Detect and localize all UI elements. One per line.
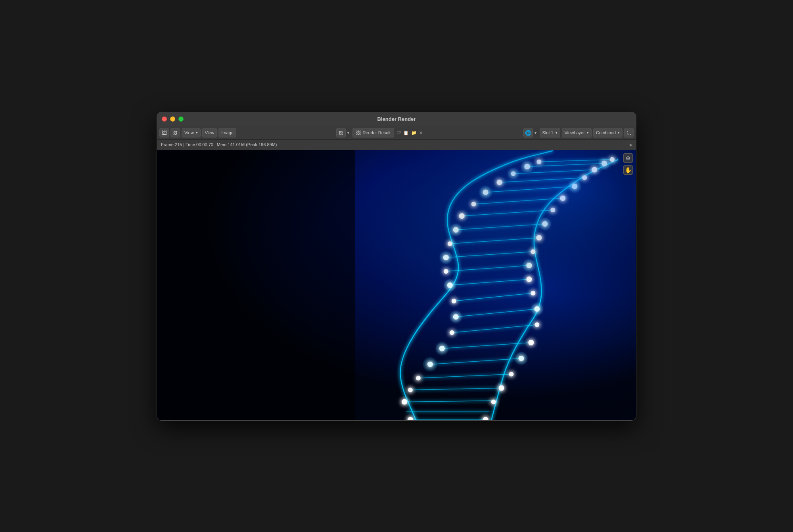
slot-label: Slot 1	[542, 130, 554, 135]
viewlayer-chevron-icon: ▾	[587, 131, 589, 135]
render-result-tab[interactable]: 🖼 Render Result	[352, 128, 394, 137]
render-tab-icon: 🖼	[356, 130, 361, 135]
tab-actions: 🛡 📋 📁 ✕	[396, 130, 423, 136]
status-arrow-icon: ▶	[630, 143, 633, 147]
view-dropdown-button[interactable]: View ▾	[182, 128, 201, 137]
toolbar: 🖼 🖼 View ▾ View Image 🖼 ▾ 🖼 Render Resul…	[157, 126, 636, 140]
blender-window: Blender Render 🖼 🖼 View ▾ View Image 🖼 ▾…	[157, 112, 636, 421]
fullscreen-button[interactable]: ⛶	[624, 128, 634, 137]
close-tab-icon: ✕	[419, 130, 423, 135]
pan-tool-button[interactable]: ✋	[623, 165, 633, 175]
minimize-button[interactable]	[170, 116, 175, 122]
copy-icon: 📋	[403, 130, 409, 135]
dna-render	[157, 150, 636, 420]
view-menu-button[interactable]: View	[202, 128, 217, 137]
view-icon-button[interactable]: 🖼	[170, 128, 180, 137]
globe-dropdown[interactable]: 🌐	[523, 128, 533, 137]
window-title: Blender Render	[377, 116, 416, 122]
render-canvas-area[interactable]: ⊕ ✋	[157, 150, 636, 420]
dropdown-arrow-render: ▾	[347, 131, 349, 135]
close-tab-button[interactable]: ✕	[418, 130, 423, 136]
traffic-lights	[162, 116, 184, 122]
globe-chevron: ▾	[534, 131, 536, 135]
right-tools: ⊕ ✋	[623, 153, 633, 175]
view-dropdown-label: View	[184, 130, 194, 135]
svg-rect-82	[157, 150, 636, 420]
zoom-tool-button[interactable]: ⊕	[623, 153, 633, 163]
zoom-icon: ⊕	[626, 155, 630, 161]
image-menu-label: Image	[221, 130, 234, 135]
render-icon-dropdown[interactable]: 🖼	[336, 128, 346, 137]
copy-button[interactable]: 📋	[402, 130, 410, 136]
image-editor-icon: 🖼	[162, 130, 167, 136]
maximize-button[interactable]	[178, 116, 184, 122]
globe-icon: 🌐	[525, 130, 531, 136]
render-result-label: Render Result	[363, 130, 391, 135]
editor-type-button[interactable]: 🖼	[159, 128, 169, 137]
fullscreen-icon: ⛶	[627, 130, 631, 135]
folder-icon: 📁	[411, 130, 417, 135]
combined-dropdown[interactable]: Combined ▾	[593, 128, 623, 137]
slot-dropdown[interactable]: Slot 1 ▾	[540, 128, 560, 137]
close-button[interactable]	[162, 116, 167, 122]
folder-button[interactable]: 📁	[410, 130, 418, 136]
render-icon: 🖼	[339, 130, 343, 135]
hand-icon: ✋	[625, 167, 632, 173]
shield-button[interactable]: 🛡	[396, 130, 402, 136]
viewlayer-label: ViewLayer	[565, 130, 585, 135]
view-icon: 🖼	[173, 130, 178, 135]
status-text: Frame:215 | Time:00:00.70 | Mem:141.01M …	[161, 142, 277, 147]
title-bar: Blender Render	[157, 112, 636, 126]
view-menu-label: View	[205, 130, 215, 135]
shield-icon: 🛡	[396, 130, 401, 135]
image-menu-button[interactable]: Image	[218, 128, 236, 137]
combined-label: Combined	[596, 130, 616, 135]
status-bar: Frame:215 | Time:00:00.70 | Mem:141.01M …	[157, 140, 636, 150]
combined-chevron-icon: ▾	[618, 131, 620, 135]
view-chevron-icon: ▾	[196, 131, 198, 135]
viewlayer-dropdown[interactable]: ViewLayer ▾	[562, 128, 592, 137]
slot-chevron-icon: ▾	[555, 131, 557, 135]
